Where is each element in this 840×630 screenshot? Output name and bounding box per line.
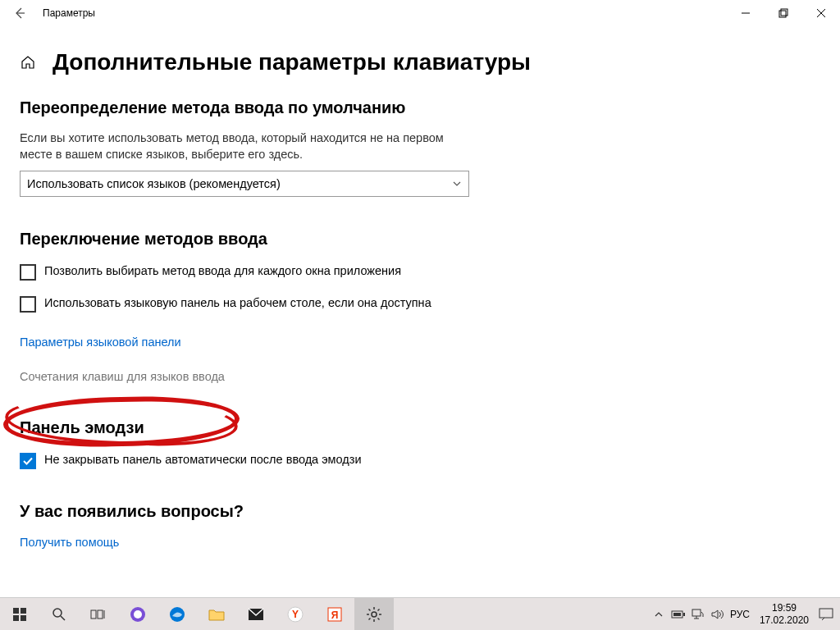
taskbar-app-alice[interactable] <box>118 598 158 631</box>
arrow-left-icon <box>13 7 26 20</box>
checkbox-lang-bar-label: Использовать языковую панель на рабочем … <box>44 295 431 312</box>
checkbox-lang-bar[interactable] <box>20 296 36 313</box>
svg-rect-2 <box>779 11 786 17</box>
taskbar-app-edge[interactable] <box>158 598 197 631</box>
minimize-icon <box>741 8 751 18</box>
maximize-icon <box>778 8 788 18</box>
search-icon <box>52 607 66 622</box>
back-button[interactable] <box>0 0 39 26</box>
section-help-title: У вас появились вопросы? <box>20 502 820 521</box>
home-icon[interactable] <box>20 54 36 71</box>
taskbar-app-mail[interactable] <box>236 598 276 631</box>
svg-line-28 <box>369 609 371 610</box>
taskbar: Y Я РУС 19:59 17.02.2020 <box>0 597 840 630</box>
svg-text:Я: Я <box>331 609 339 621</box>
folder-icon <box>208 607 225 622</box>
svg-point-23 <box>372 612 377 617</box>
close-button[interactable] <box>802 0 840 26</box>
search-button[interactable] <box>39 598 79 631</box>
tray-date: 17.02.2020 <box>760 614 809 626</box>
yandex-browser-icon: Y <box>287 606 304 623</box>
svg-line-30 <box>378 609 380 610</box>
windows-icon <box>12 607 27 622</box>
volume-icon <box>711 609 724 620</box>
get-help-link[interactable]: Получить помощь <box>20 536 119 549</box>
svg-rect-6 <box>13 608 19 614</box>
svg-line-29 <box>378 618 380 619</box>
notification-icon <box>819 608 833 621</box>
svg-rect-33 <box>673 613 681 616</box>
svg-text:Y: Y <box>292 609 299 620</box>
chevron-up-icon <box>655 610 663 619</box>
task-view-button[interactable] <box>79 598 118 631</box>
dropdown-label: Использовать список языков (рекомендуетс… <box>27 177 452 190</box>
hotkeys-link[interactable]: Сочетания клавиш для языков ввода <box>20 370 225 383</box>
taskbar-app-yandex[interactable]: Я <box>315 598 354 631</box>
yandex-icon: Я <box>326 606 343 623</box>
tray-time: 19:59 <box>760 602 809 614</box>
tray-clock[interactable]: 19:59 17.02.2020 <box>755 602 814 626</box>
mail-icon <box>248 608 264 621</box>
chevron-down-icon <box>452 179 462 189</box>
wifi-icon <box>692 609 705 620</box>
page-title: Дополнительные параметры клавиатуры <box>52 49 531 75</box>
section-switch-title: Переключение методов ввода <box>20 230 820 249</box>
svg-rect-38 <box>819 609 833 618</box>
maximize-button[interactable] <box>765 0 802 26</box>
tray-volume[interactable] <box>710 607 725 622</box>
taskview-icon <box>90 608 107 621</box>
checkbox-per-window-label: Позволить выбирать метод ввода для каждо… <box>44 263 401 280</box>
svg-point-10 <box>53 609 62 617</box>
lang-bar-options-link[interactable]: Параметры языковой панели <box>20 336 181 349</box>
gear-icon <box>366 606 382 623</box>
tray-network[interactable] <box>691 607 705 622</box>
svg-rect-9 <box>21 615 26 621</box>
tray-show-hidden[interactable] <box>651 607 666 622</box>
tray-battery[interactable] <box>671 607 686 622</box>
checkbox-emoji-panel-label: Не закрывать панель автоматически после … <box>44 452 362 468</box>
taskbar-app-settings[interactable] <box>354 598 394 631</box>
tray-notifications[interactable] <box>819 607 833 622</box>
battery-icon <box>671 609 686 619</box>
checkbox-per-window[interactable] <box>20 264 36 281</box>
svg-rect-13 <box>98 610 103 619</box>
checkbox-emoji-panel[interactable] <box>20 453 36 469</box>
default-input-method-dropdown[interactable]: Использовать список языков (рекомендуетс… <box>20 171 469 197</box>
svg-rect-35 <box>692 609 701 616</box>
alice-icon <box>130 606 146 623</box>
minimize-button[interactable] <box>727 0 765 26</box>
svg-rect-7 <box>21 608 26 614</box>
svg-rect-3 <box>781 9 788 16</box>
start-button[interactable] <box>0 598 39 631</box>
titlebar: Параметры <box>0 0 840 26</box>
section-emoji-title: Панель эмодзи <box>20 418 820 437</box>
tray-language[interactable]: РУС <box>730 609 750 620</box>
taskbar-app-explorer[interactable] <box>197 598 236 631</box>
close-icon <box>816 8 826 18</box>
section-override-title: Переопределение метода ввода по умолчани… <box>20 98 820 117</box>
svg-line-31 <box>369 618 371 619</box>
taskbar-app-yandex-browser[interactable]: Y <box>276 598 315 631</box>
svg-rect-8 <box>13 615 19 621</box>
edge-icon <box>169 606 185 623</box>
check-icon <box>22 455 34 467</box>
window-title: Параметры <box>39 7 95 19</box>
svg-rect-34 <box>683 613 685 616</box>
svg-rect-12 <box>91 610 96 619</box>
section-override-desc: Если вы хотите использовать метод ввода,… <box>20 130 463 162</box>
svg-point-16 <box>134 610 142 619</box>
svg-line-11 <box>61 616 65 620</box>
